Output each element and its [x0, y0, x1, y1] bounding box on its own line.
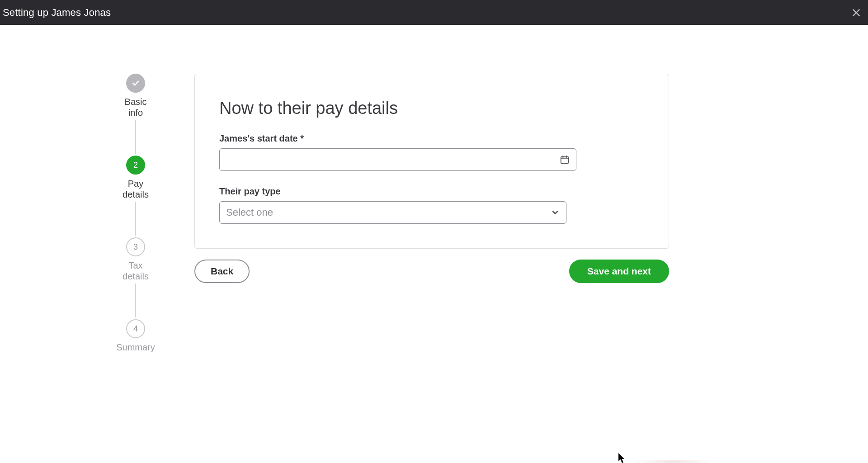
step-pay-details-label: Pay details — [123, 178, 149, 200]
step-basic-info-indicator — [126, 74, 145, 93]
step-summary-label: Summary — [116, 342, 155, 353]
card-title: Now to their pay details — [219, 99, 644, 118]
close-button[interactable] — [847, 4, 865, 22]
step-summary: 4 Summary — [113, 319, 158, 353]
calendar-icon — [560, 155, 570, 165]
step-connector — [135, 120, 136, 154]
step-pay-details: 2 Pay details — [113, 156, 158, 200]
main-area: Now to their pay details James's start d… — [194, 74, 669, 353]
cursor-icon — [618, 453, 626, 463]
button-row: Back Save and next — [194, 260, 669, 283]
stepper: Basic info 2 Pay details 3 Tax details 4… — [118, 74, 154, 353]
start-date-input-wrap[interactable] — [219, 148, 576, 171]
decorative-smudge — [633, 460, 714, 463]
step-pay-details-indicator: 2 — [126, 156, 145, 175]
step-summary-indicator: 4 — [126, 319, 145, 338]
check-icon — [131, 79, 140, 88]
save-and-next-button[interactable]: Save and next — [569, 260, 669, 283]
close-icon — [851, 8, 861, 18]
svg-rect-2 — [561, 157, 569, 164]
step-connector — [135, 202, 136, 236]
start-date-field: James's start date * — [219, 133, 644, 171]
step-tax-details-indicator: 3 — [126, 237, 145, 256]
back-button[interactable]: Back — [194, 260, 250, 283]
pay-type-field: Their pay type Select one — [219, 186, 644, 224]
modal-title: Setting up James Jonas — [3, 7, 111, 19]
step-basic-info-label: Basic info — [125, 96, 147, 118]
step-connector — [135, 283, 136, 317]
step-tax-details-label: Tax details — [123, 260, 149, 282]
start-date-input[interactable] — [226, 155, 560, 165]
chevron-down-icon — [551, 208, 560, 217]
pay-type-select[interactable]: Select one — [219, 201, 566, 224]
form-card: Now to their pay details James's start d… — [194, 74, 669, 249]
content-area: Basic info 2 Pay details 3 Tax details 4… — [0, 25, 868, 353]
pay-type-label: Their pay type — [219, 186, 644, 197]
pay-type-placeholder: Select one — [226, 207, 551, 218]
step-basic-info: Basic info — [113, 74, 158, 118]
step-tax-details: 3 Tax details — [113, 237, 158, 282]
modal-header: Setting up James Jonas — [0, 0, 868, 25]
start-date-label: James's start date * — [219, 133, 644, 144]
